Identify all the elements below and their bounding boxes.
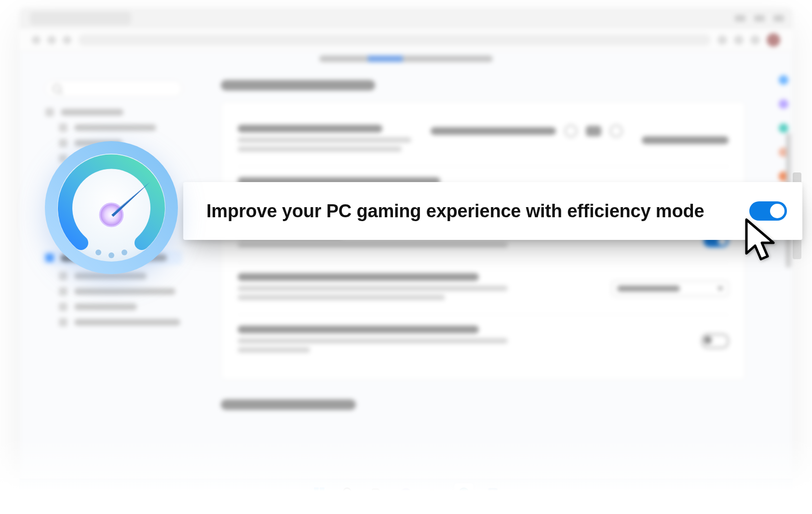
chevron-down-icon	[717, 287, 723, 290]
window-titlebar	[19, 8, 793, 29]
siderail-icon[interactable]	[779, 99, 788, 109]
plus-button[interactable]	[610, 125, 623, 137]
toolbar-icon[interactable]	[717, 35, 727, 45]
sidebar-item[interactable]	[59, 287, 182, 296]
windows-taskbar	[19, 479, 793, 506]
taskbar-file-explorer-button[interactable]	[425, 483, 445, 502]
svg-rect-10	[314, 488, 319, 492]
toolbar-icon[interactable]	[734, 35, 744, 45]
taskbar-chat-button[interactable]	[396, 483, 416, 502]
taskbar-edge-button[interactable]	[454, 483, 474, 502]
toggle-switch[interactable]	[702, 334, 729, 348]
browser-toolbar	[19, 29, 793, 52]
taskbar-app-button[interactable]	[483, 483, 502, 502]
value-badge	[586, 126, 601, 136]
svg-point-3	[108, 252, 114, 258]
setting-control[interactable]	[431, 125, 623, 137]
efficiency-mode-label: Improve your PC gaming experience with e…	[206, 201, 749, 222]
sidebar-item[interactable]	[45, 108, 182, 117]
setting-control[interactable]	[642, 136, 729, 144]
sidebar-item[interactable]	[59, 303, 182, 311]
svg-rect-11	[320, 488, 325, 492]
browser-side-rail	[774, 66, 793, 483]
svg-line-15	[350, 494, 353, 498]
siderail-icon[interactable]	[779, 75, 788, 85]
efficiency-mode-setting: Improve your PC gaming experience with e…	[183, 182, 802, 240]
minus-button[interactable]	[565, 125, 577, 137]
forward-button[interactable]	[47, 36, 56, 44]
taskbar-task-view-button[interactable]	[367, 483, 387, 502]
section-heading	[221, 399, 356, 410]
taskbar-search-button[interactable]	[338, 483, 358, 502]
settings-search-input[interactable]	[45, 80, 182, 97]
window-minimize-button[interactable]	[735, 15, 745, 22]
section-heading	[221, 80, 375, 91]
browser-tab[interactable]	[30, 12, 131, 25]
settings-card	[221, 101, 745, 380]
window-close-button[interactable]	[773, 15, 784, 22]
svg-rect-21	[490, 490, 496, 496]
svg-rect-13	[320, 493, 325, 498]
mouse-cursor-icon	[744, 218, 781, 268]
setting-row	[238, 262, 729, 315]
svg-marker-9	[746, 220, 773, 259]
settings-main	[202, 66, 774, 483]
performance-gauge-icon	[41, 138, 181, 277]
svg-rect-17	[376, 491, 382, 497]
svg-rect-18	[430, 492, 440, 497]
taskbar-start-button[interactable]	[310, 483, 329, 502]
back-button[interactable]	[32, 36, 41, 44]
info-bar	[19, 52, 793, 66]
svg-point-2	[95, 250, 101, 255]
sidebar-item[interactable]	[59, 123, 182, 132]
window-maximize-button[interactable]	[754, 15, 765, 22]
address-bar[interactable]	[78, 34, 711, 46]
siderail-icon[interactable]	[779, 123, 788, 133]
sidebar-item[interactable]	[59, 318, 182, 327]
profile-avatar[interactable]	[767, 33, 780, 47]
svg-rect-12	[314, 493, 319, 498]
refresh-button[interactable]	[63, 36, 71, 44]
toolbar-icon[interactable]	[750, 35, 760, 45]
svg-point-14	[343, 488, 351, 495]
search-icon	[53, 84, 61, 93]
setting-row	[238, 114, 729, 166]
setting-row	[238, 315, 729, 367]
dropdown[interactable]	[612, 281, 729, 296]
svg-point-4	[122, 250, 127, 255]
